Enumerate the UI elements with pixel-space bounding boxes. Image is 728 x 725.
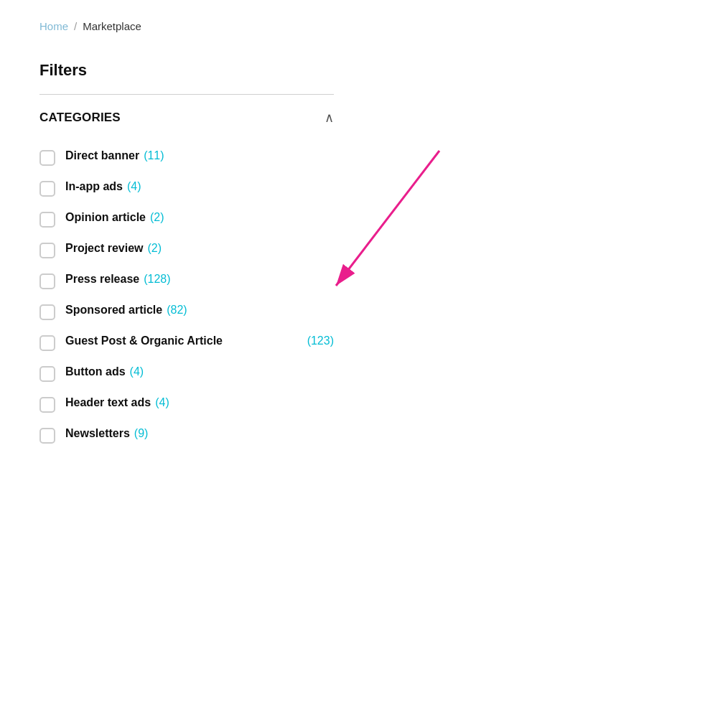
category-checkbox-3[interactable] bbox=[39, 243, 55, 258]
breadcrumb: Home / Marketplace bbox=[0, 0, 728, 32]
category-count-9: (9) bbox=[134, 427, 149, 440]
category-item[interactable]: Opinion article(2) bbox=[39, 204, 334, 235]
category-item[interactable]: Direct banner(11) bbox=[39, 142, 334, 173]
category-checkbox-8[interactable] bbox=[39, 397, 55, 413]
category-label-3: Project review(2) bbox=[65, 242, 162, 255]
category-label-4: Press release(128) bbox=[65, 273, 171, 286]
category-checkbox-0[interactable] bbox=[39, 150, 55, 166]
category-label-6: Guest Post & Organic Article(123) bbox=[65, 335, 334, 347]
category-name-0: Direct banner bbox=[65, 149, 139, 162]
category-item[interactable]: Newsletters(9) bbox=[39, 420, 334, 451]
category-name-6: Guest Post & Organic Article bbox=[65, 335, 223, 347]
categories-header: CATEGORIES ∧ bbox=[39, 111, 334, 125]
category-label-1: In-app ads(4) bbox=[65, 180, 141, 193]
category-checkbox-4[interactable] bbox=[39, 273, 55, 289]
category-item[interactable]: In-app ads(4) bbox=[39, 173, 334, 204]
category-checkbox-5[interactable] bbox=[39, 304, 55, 320]
breadcrumb-separator: / bbox=[74, 20, 77, 32]
breadcrumb-current: Marketplace bbox=[83, 20, 141, 32]
category-name-3: Project review bbox=[65, 242, 144, 255]
category-name-5: Sponsored article bbox=[65, 304, 162, 317]
category-checkbox-7[interactable] bbox=[39, 366, 55, 382]
category-item[interactable]: Sponsored article(82) bbox=[39, 296, 334, 327]
category-name-8: Header text ads bbox=[65, 396, 151, 409]
category-count-4: (128) bbox=[144, 273, 170, 286]
category-checkbox-9[interactable] bbox=[39, 428, 55, 444]
category-checkbox-2[interactable] bbox=[39, 212, 55, 228]
category-list: Direct banner(11)In-app ads(4)Opinion ar… bbox=[39, 142, 334, 451]
category-checkbox-1[interactable] bbox=[39, 181, 55, 197]
category-label-2: Opinion article(2) bbox=[65, 211, 164, 224]
category-item[interactable]: Project review(2) bbox=[39, 235, 334, 266]
category-name-4: Press release bbox=[65, 273, 139, 286]
category-item[interactable]: Guest Post & Organic Article(123) bbox=[39, 327, 334, 358]
category-name-9: Newsletters bbox=[65, 427, 130, 440]
category-item[interactable]: Header text ads(4) bbox=[39, 389, 334, 420]
category-count-2: (2) bbox=[150, 211, 164, 224]
divider bbox=[39, 94, 334, 95]
category-label-0: Direct banner(11) bbox=[65, 149, 164, 162]
category-count-1: (4) bbox=[127, 180, 141, 193]
category-checkbox-6[interactable] bbox=[39, 335, 55, 351]
filters-section: Filters CATEGORIES ∧ Direct banner(11)In… bbox=[0, 32, 373, 451]
category-label-9: Newsletters(9) bbox=[65, 427, 148, 440]
category-label-8: Header text ads(4) bbox=[65, 396, 169, 409]
category-name-7: Button ads bbox=[65, 365, 126, 378]
categories-title: CATEGORIES bbox=[39, 111, 121, 125]
breadcrumb-home-link[interactable]: Home bbox=[39, 20, 68, 32]
category-label-5: Sponsored article(82) bbox=[65, 304, 187, 317]
category-count-6: (123) bbox=[307, 335, 334, 347]
category-item[interactable]: Button ads(4) bbox=[39, 358, 334, 389]
category-count-0: (11) bbox=[144, 149, 164, 162]
category-name-1: In-app ads bbox=[65, 180, 123, 193]
category-label-7: Button ads(4) bbox=[65, 365, 144, 378]
category-count-7: (4) bbox=[130, 365, 144, 378]
filters-title: Filters bbox=[39, 61, 334, 80]
category-count-8: (4) bbox=[155, 396, 169, 409]
category-name-2: Opinion article bbox=[65, 211, 146, 224]
category-count-5: (82) bbox=[167, 304, 187, 317]
chevron-up-icon[interactable]: ∧ bbox=[325, 111, 334, 124]
category-item[interactable]: Press release(128) bbox=[39, 266, 334, 296]
category-count-3: (2) bbox=[148, 242, 162, 255]
